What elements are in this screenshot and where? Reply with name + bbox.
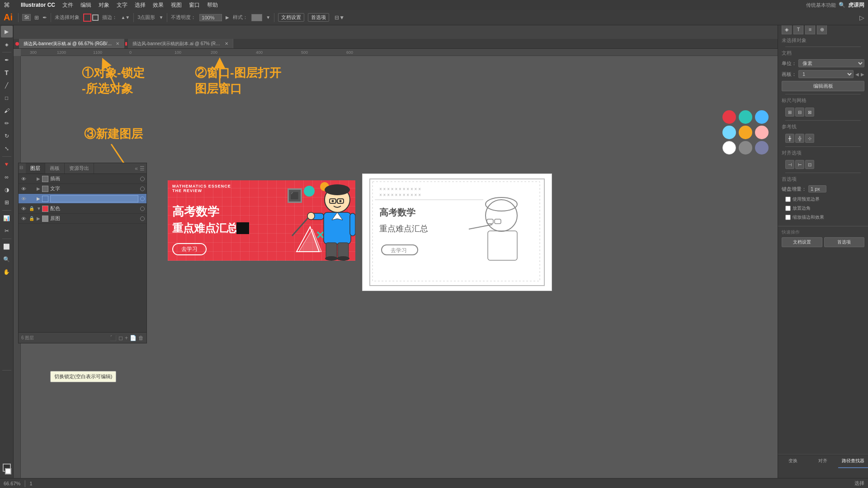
layer-expand-active[interactable]: ▶	[37, 196, 40, 201]
preview-bounds-checkbox[interactable]	[785, 197, 791, 202]
swatch-teal[interactable]	[739, 110, 752, 124]
artboard-prev[interactable]: ◀	[855, 72, 859, 77]
align-icon-right[interactable]: ≡	[805, 24, 815, 34]
pen-tool-icon[interactable]: ✒	[42, 14, 47, 21]
banner-btn[interactable]: 去学习	[172, 243, 207, 255]
layers-tab-boards[interactable]: 画板	[45, 163, 65, 174]
layer-expand-text[interactable]: ▶	[37, 186, 40, 191]
paintbrush-tool[interactable]: 🖌	[1, 105, 13, 117]
layer-row-orig[interactable]: 👁 🔒 ▶ 原图	[19, 214, 146, 224]
panel-menu-collapse[interactable]: «	[135, 165, 138, 172]
pencil-tool[interactable]: ✏	[1, 117, 13, 129]
chart-tool[interactable]: 📊	[1, 212, 13, 224]
app-name[interactable]: Illustrator CC	[21, 2, 55, 8]
keyboard-value-input[interactable]	[808, 185, 826, 192]
traditional-mode[interactable]: 传统基本功能	[806, 2, 836, 9]
layer-circle-active[interactable]	[140, 197, 145, 201]
hand-tool[interactable]: ✋	[1, 266, 13, 278]
eraser-tool[interactable]: ⬜	[1, 241, 13, 253]
eyedropper-tool[interactable]: 🔻	[1, 159, 13, 170]
ref-icon-1[interactable]: ╋	[785, 134, 794, 143]
bottom-tab-pathfinder[interactable]: 路径查找器	[838, 455, 868, 468]
menu-file[interactable]: 文件	[62, 1, 73, 9]
opacity-input[interactable]	[199, 14, 222, 21]
select-tool[interactable]: ▶	[1, 26, 13, 38]
layer-lock-orig[interactable]: 🔒	[28, 216, 35, 221]
menu-view[interactable]: 视图	[171, 1, 182, 9]
bottom-tab-align[interactable]: 对齐	[808, 455, 838, 468]
zoom-tool[interactable]: 🔍	[1, 253, 13, 265]
rect-tool[interactable]: □	[1, 92, 13, 104]
bottom-tab-transform[interactable]: 变换	[778, 455, 808, 468]
layer-eye-color[interactable]: 👁	[20, 206, 27, 211]
rotate-tool[interactable]: ↻	[1, 130, 13, 142]
stroke-color[interactable]	[92, 14, 99, 21]
layer-row-illus[interactable]: 👁 ▶ 插画	[19, 174, 146, 184]
layer-eye-illus[interactable]: 👁	[20, 176, 27, 182]
menu-effect[interactable]: 效果	[153, 1, 164, 9]
gradient-tool[interactable]: ◑	[1, 184, 13, 196]
line-tool[interactable]: ╱	[1, 80, 13, 91]
align-center[interactable]: ⊢	[795, 160, 804, 169]
pathfinder-icon-right[interactable]: ⊕	[817, 24, 827, 34]
pen-tool[interactable]: ✒	[1, 54, 13, 66]
menu-window[interactable]: 窗口	[189, 1, 200, 9]
tab-1-close[interactable]: ✕	[116, 41, 119, 46]
make-clipping-mask[interactable]: ◻	[118, 335, 123, 341]
new-layer[interactable]: 📄	[130, 335, 137, 341]
layers-tab-export[interactable]: 资源导出	[65, 163, 94, 174]
new-layer-from-selection[interactable]: ⬛	[110, 335, 117, 341]
layer-row-text[interactable]: 👁 ▶ 文字	[19, 184, 146, 194]
ref-icon-3[interactable]: ⊹	[805, 134, 814, 143]
layer-eye-text[interactable]: 👁	[20, 186, 27, 192]
layers-tab-layers[interactable]: 图层	[26, 163, 45, 174]
menu-help[interactable]: 帮助	[207, 1, 218, 9]
swatch-red[interactable]	[722, 110, 736, 124]
view-mode-icon[interactable]: ⊞	[34, 14, 39, 21]
unit-select[interactable]: 像素	[798, 59, 864, 67]
tab-2-close[interactable]: ✕	[225, 41, 228, 46]
mode-icon[interactable]: St	[22, 14, 31, 21]
grid-icon-2[interactable]: ⊟	[795, 108, 804, 117]
grid-icon-1[interactable]: ⊞	[785, 108, 794, 117]
layer-circle-illus[interactable]	[140, 177, 145, 181]
fill-color[interactable]	[83, 14, 91, 22]
layer-expand-color[interactable]: ▼	[37, 206, 40, 211]
search-icon[interactable]: 🔍	[839, 2, 845, 8]
preferences-btn[interactable]: 首选项	[308, 13, 329, 22]
scale-tool[interactable]: ⤡	[1, 143, 13, 155]
swatch-purple[interactable]	[755, 141, 769, 155]
menu-select[interactable]: 选择	[135, 1, 146, 9]
panel-menu-icon[interactable]: ☰	[140, 165, 145, 172]
type-tool[interactable]: T	[1, 67, 13, 79]
blend-tool[interactable]: ∞	[1, 171, 13, 183]
menu-text[interactable]: 文字	[117, 1, 127, 9]
tab-2[interactable]: 插边风-banner演示稿的副本.ai @ 67% (RGB/GPU 预览) ✕	[128, 39, 233, 48]
layer-name-input[interactable]	[50, 195, 138, 202]
close-tab-icon[interactable]	[15, 42, 19, 46]
layer-row-color[interactable]: 👁 🔒 ▼ 配色	[19, 204, 146, 214]
arrange-icon[interactable]: ⊟▼	[335, 14, 344, 21]
layer-circle-color[interactable]	[140, 206, 145, 211]
appearance-icon[interactable]: ◈	[782, 24, 792, 34]
quick-doc-settings[interactable]: 文档设置	[782, 237, 822, 247]
stroke-indicator[interactable]	[5, 468, 11, 474]
apple-menu[interactable]: ⌘	[4, 1, 10, 9]
align-left[interactable]: ⊣	[785, 160, 794, 169]
layer-circle-orig[interactable]	[140, 216, 145, 221]
edit-artboard-btn[interactable]: 编辑画板	[782, 81, 864, 91]
menu-object[interactable]: 对象	[99, 1, 109, 9]
swatch-lightblue[interactable]	[722, 126, 736, 139]
swatch-white[interactable]	[722, 141, 736, 155]
snap-checkbox[interactable]	[785, 215, 791, 220]
ref-icon-2[interactable]: ╬	[795, 134, 804, 143]
doc-settings-btn[interactable]: 文档设置	[278, 13, 304, 22]
layer-row-active[interactable]: 👁 ▶	[19, 194, 146, 204]
layer-lock-color[interactable]: 🔒	[28, 206, 35, 211]
layer-expand-illus[interactable]: ▶	[37, 176, 40, 181]
artboard-next[interactable]: ▶	[861, 72, 864, 77]
new-sublayer[interactable]: +	[125, 335, 128, 341]
panel-collapse[interactable]: ⊟	[19, 165, 23, 170]
mesh-tool[interactable]: ⊞	[1, 197, 13, 208]
tab-1[interactable]: 插边风-banner演示稿.ai @ 66.67% (RGB/GPU 预览) ✕	[19, 39, 124, 48]
